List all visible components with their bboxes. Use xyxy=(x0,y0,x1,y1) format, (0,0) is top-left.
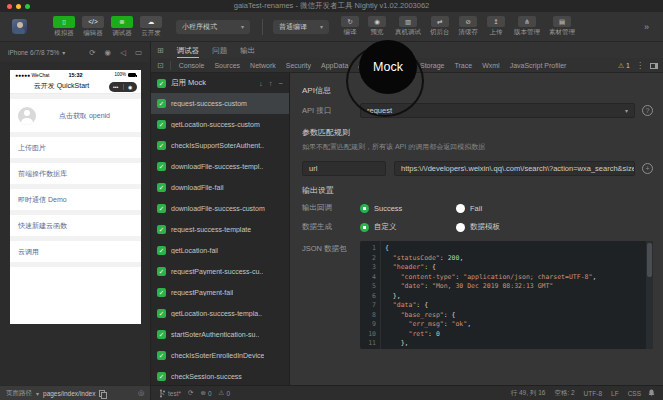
toolbar-overflow-button[interactable]: » xyxy=(644,22,651,32)
checkbox-checked-icon[interactable]: ✓ xyxy=(157,288,166,297)
menu-link-item[interactable]: 云调用 xyxy=(10,241,141,262)
devtools-tab[interactable]: Audits xyxy=(358,62,377,69)
more-icon[interactable]: ••• xyxy=(109,82,123,92)
kebab-menu-icon[interactable]: ⋮ xyxy=(636,61,644,70)
compile-mode-select[interactable]: 普通编译 ▾ xyxy=(273,20,329,34)
checkbox-checked-icon[interactable]: ✓ xyxy=(157,351,166,360)
profile-avatar[interactable] xyxy=(18,107,36,125)
toolbar-action-button[interactable]: ↥ 上传 xyxy=(487,16,505,37)
mode-select[interactable]: 小程序模式 ▾ xyxy=(176,20,250,34)
refresh-icon[interactable]: ◉ xyxy=(105,48,112,57)
mock-rule-item[interactable]: ✓ downloadFile-fail xyxy=(151,177,289,198)
chevron-down-icon[interactable]: ▾ xyxy=(36,390,39,397)
json-editor[interactable]: 1234567891011 { "statusCode": 200, "head… xyxy=(360,241,653,349)
rotate-device-icon[interactable]: ⟳ xyxy=(89,48,95,57)
minimize-window-button[interactable] xyxy=(16,4,21,9)
callback-radio[interactable]: Fail xyxy=(456,204,552,213)
devtools-tab[interactable]: JavaScript Profiler xyxy=(510,62,567,69)
display-icon[interactable]: ▭ xyxy=(135,48,142,57)
window-tab[interactable]: 调试器 xyxy=(177,42,200,58)
maximize-window-button[interactable] xyxy=(25,4,30,9)
mock-rule-item[interactable]: ✓ request-success-custom xyxy=(151,93,289,114)
layout-grid-icon[interactable]: ⊞ xyxy=(157,46,164,55)
editor-code[interactable]: { "statusCode": 200, "header": { "conten… xyxy=(380,241,653,349)
mock-rule-item[interactable]: ✓ checkSession-success xyxy=(151,366,289,385)
mock-rule-item[interactable]: ✓ checkIsSoterEnrolledInDevice xyxy=(151,345,289,366)
mock-rule-item[interactable]: ✓ getLocation-success-custom xyxy=(151,114,289,135)
device-select[interactable]: iPhone 6/7/8 75% ▾ xyxy=(8,49,65,56)
mock-rule-item[interactable]: ✓ getLocation-fail xyxy=(151,240,289,261)
toolbar-action-button[interactable]: ◉ 预览 xyxy=(368,16,386,37)
statusbar-indicator[interactable]: UTF-8 xyxy=(584,390,602,397)
checkbox-checked-icon[interactable]: ✓ xyxy=(157,162,166,171)
mock-rule-item[interactable]: ✓ checkIsSupportSoterAuthent.. xyxy=(151,135,289,156)
statusbar-indicator[interactable]: 行 49, 列 16 xyxy=(511,389,546,398)
user-avatar[interactable] xyxy=(12,19,27,34)
panel-toggle-button[interactable]: ▯ 模拟器 xyxy=(53,16,75,38)
devtools-tab[interactable]: Console xyxy=(179,62,205,69)
close-window-button[interactable] xyxy=(7,4,12,9)
menu-link-item[interactable]: 前端操作数据库 xyxy=(10,163,141,184)
toolbar-action-button[interactable]: ▤ 素材管理 xyxy=(549,16,575,37)
checkbox-checked-icon[interactable]: ✓ xyxy=(157,204,166,213)
param-value-input[interactable]: https:\/\/developers\.weixin\.qq\.com\/s… xyxy=(394,161,635,176)
checkbox-checked-icon[interactable]: ✓ xyxy=(157,309,166,318)
editor-scrollbar[interactable] xyxy=(646,241,653,349)
devtools-tab[interactable]: AppData xyxy=(321,62,348,69)
devtools-tab[interactable]: Sensor xyxy=(388,62,410,69)
mock-rule-item[interactable]: ✓ requestPayment-success-cu.. xyxy=(151,261,289,282)
checkbox-checked-icon[interactable]: ✓ xyxy=(157,372,166,381)
import-icon[interactable]: ↓ xyxy=(259,79,263,88)
devtools-tab[interactable]: Wxml xyxy=(482,62,500,69)
bell-icon[interactable] xyxy=(648,389,655,397)
volume-icon[interactable]: ◁ xyxy=(120,48,126,57)
checkbox-checked-icon[interactable]: ✓ xyxy=(157,183,166,192)
mock-rule-item[interactable]: ✓ downloadFile-success-templ.. xyxy=(151,156,289,177)
statusbar-indicator[interactable]: CSS xyxy=(628,390,641,397)
devtools-tab[interactable]: Network xyxy=(250,62,276,69)
mock-rule-item[interactable]: ✓ startSoterAuthentication-su.. xyxy=(151,324,289,345)
checkbox-checked-icon[interactable]: ✓ xyxy=(157,246,166,255)
git-branch-status[interactable]: test* xyxy=(159,389,181,398)
checkbox-checked-icon[interactable]: ✓ xyxy=(157,330,166,339)
param-key-input[interactable]: url xyxy=(302,161,386,176)
toolbar-action-button[interactable]: ▥ 真机调试 xyxy=(395,16,421,37)
datagen-radio[interactable]: 数据模板 xyxy=(456,222,552,232)
add-rule-icon[interactable]: + xyxy=(642,163,653,174)
toolbar-action-button[interactable]: ⋔ 版本管理 xyxy=(514,16,540,37)
mock-rule-item[interactable]: ✓ requestPayment-fail xyxy=(151,282,289,303)
mock-rule-item[interactable]: ✓ request-success-template xyxy=(151,219,289,240)
dock-side-icon[interactable] xyxy=(650,63,658,69)
editor-scrollbar-thumb[interactable] xyxy=(647,243,652,277)
export-icon[interactable]: ↑ xyxy=(269,79,273,88)
datagen-radio[interactable]: 自定义 xyxy=(360,222,456,232)
checkbox-checked-icon[interactable]: ✓ xyxy=(157,120,166,129)
checkbox-checked-icon[interactable]: ✓ xyxy=(157,225,166,234)
get-openid-link[interactable]: 点击获取 openid xyxy=(36,111,133,121)
window-tab[interactable]: 输出 xyxy=(240,42,255,58)
enable-mock-checkbox[interactable]: ✓ xyxy=(157,79,166,88)
inspect-element-icon[interactable]: ⊡ xyxy=(157,61,171,70)
api-select[interactable]: request ▾ xyxy=(360,103,635,118)
mock-rule-item[interactable]: ✓ downloadFile-success-custom xyxy=(151,198,289,219)
menu-link-item[interactable]: 即时通信 Demo xyxy=(10,189,141,210)
checkbox-checked-icon[interactable]: ✓ xyxy=(157,267,166,276)
devtools-tab[interactable]: Storage xyxy=(420,62,445,69)
checkbox-checked-icon[interactable]: ✓ xyxy=(157,99,166,108)
collapse-icon[interactable]: − xyxy=(279,79,283,88)
exit-icon[interactable]: ◉ xyxy=(124,82,138,92)
menu-link-item[interactable]: 上传图片 xyxy=(10,137,141,158)
devtools-tab[interactable]: Security xyxy=(286,62,311,69)
errors-status[interactable]: ⊗ 0 xyxy=(200,389,211,397)
help-icon[interactable]: ? xyxy=(642,105,653,116)
panel-toggle-button[interactable]: ☁ 云开发 xyxy=(140,16,162,38)
devtools-tab[interactable]: Sources xyxy=(214,62,240,69)
checkbox-checked-icon[interactable]: ✓ xyxy=(157,141,166,150)
sync-icon[interactable]: ⟳ xyxy=(188,389,193,397)
mock-rule-item[interactable]: ✓ getLocation-success-templa.. xyxy=(151,303,289,324)
panel-toggle-button[interactable]: ⊚ 调试器 xyxy=(111,16,133,38)
menu-link-item[interactable]: 快速新建云函数 xyxy=(10,215,141,236)
window-tab[interactable]: 问题 xyxy=(212,42,227,58)
toolbar-action-button[interactable]: ↻ 编译 xyxy=(341,16,359,37)
callback-radio[interactable]: Success xyxy=(360,204,456,213)
